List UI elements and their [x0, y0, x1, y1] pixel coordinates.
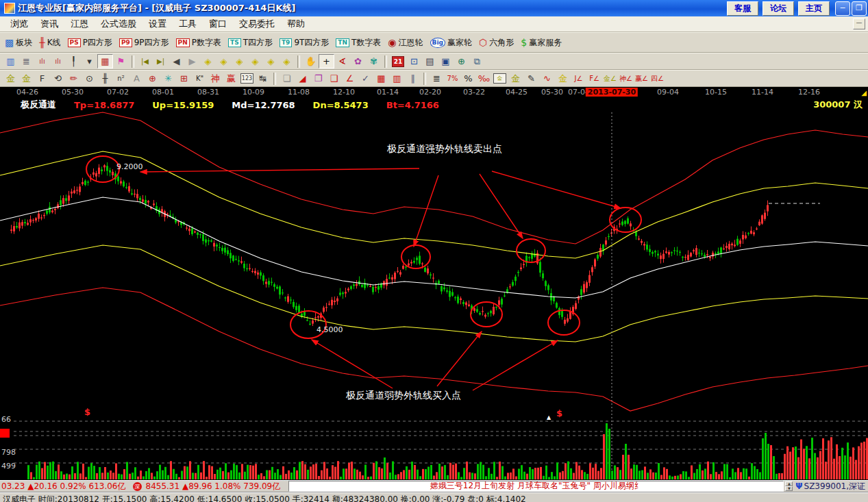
web-export-icon[interactable]: ⊕: [454, 54, 469, 68]
toolbar-t-square-button[interactable]: TST四方形: [226, 36, 275, 49]
nav-last-icon[interactable]: ▶|: [153, 54, 169, 68]
draw-box-icon[interactable]: ❏: [279, 71, 295, 86]
tool-gold-line-icon[interactable]: 金: [508, 71, 523, 86]
toolbar-t-number-table-button[interactable]: TNT数字表: [334, 36, 383, 49]
toolbar-p-square-button[interactable]: PSP四方形: [66, 36, 114, 49]
mini-chart-3-icon[interactable]: ılı: [34, 54, 50, 68]
gann-grid-target-icon[interactable]: ⊞: [176, 71, 192, 86]
draw-fan-icon[interactable]: ◢: [295, 71, 310, 86]
toolbar-winner-service-button[interactable]: $赢家服务: [519, 36, 564, 49]
gann-ruler-123-icon[interactable]: 123: [240, 73, 253, 84]
gann-width-icon[interactable]: ↹: [255, 71, 271, 86]
gann-comb-icon[interactable]: ╫: [97, 71, 113, 86]
gann-pencil-icon[interactable]: ✏: [66, 71, 82, 86]
nav-next-icon[interactable]: ▶: [184, 54, 200, 68]
menu-工具[interactable]: 工具: [173, 16, 203, 32]
gann-star-icon[interactable]: ✳: [160, 71, 176, 86]
minimize-button[interactable]: ─: [835, 1, 850, 16]
menu-资讯[interactable]: 资讯: [34, 16, 64, 32]
hand-tool-icon[interactable]: ✋: [303, 54, 319, 68]
tool-gold-circle-icon[interactable]: 金: [493, 73, 506, 84]
spinner-up-icon[interactable]: ▲: [785, 481, 793, 486]
candle-type-arrow-icon[interactable]: ▾: [82, 54, 97, 68]
axis-scroll-arrow[interactable]: ◢: [861, 89, 867, 97]
gann-k-mark-icon[interactable]: K": [192, 71, 208, 86]
dia-left-icon[interactable]: ◈: [200, 54, 216, 68]
tool-j-angle-icon[interactable]: J∠: [571, 71, 586, 86]
quick-button-2[interactable]: 主页: [798, 1, 830, 16]
nav-prev-icon[interactable]: ◀: [169, 54, 184, 68]
toolbar-kline-button[interactable]: ╫K线: [37, 36, 62, 49]
knot-tool-icon[interactable]: ✾: [366, 54, 382, 68]
menu-浏览[interactable]: 浏览: [4, 16, 34, 32]
mdi-minimize-button[interactable]: —: [853, 18, 865, 29]
dia-right-icon[interactable]: ◈: [216, 54, 232, 68]
menu-交易委托[interactable]: 交易委托: [233, 16, 281, 32]
toolbar-t9-square-button[interactable]: T99T四方形: [277, 36, 331, 49]
mini-board-icon[interactable]: ▥: [3, 54, 18, 68]
menu-公式选股[interactable]: 公式选股: [95, 16, 142, 32]
gann-spiral-icon[interactable]: ⟲: [50, 71, 66, 86]
gann-f-grid-icon[interactable]: F: [34, 71, 50, 86]
draw-check-icon[interactable]: ✓: [358, 71, 373, 86]
chart-panel[interactable]: ◢ 04-2605-3007-0208-0108-3110-0911-0812-…: [0, 87, 868, 480]
info-note-icon[interactable]: ≣: [18, 54, 34, 68]
gann-shen-icon[interactable]: 神: [208, 71, 223, 86]
gann-mirror-a-icon[interactable]: A: [129, 71, 145, 86]
mini-chart-9-icon[interactable]: ılı: [50, 54, 66, 68]
flower-tool-icon[interactable]: ✿: [350, 54, 366, 68]
gann-gold-grid-icon[interactable]: 金: [3, 71, 18, 86]
tool-gold-under-icon[interactable]: 金: [555, 71, 571, 86]
angle-tool-icon[interactable]: ∢: [334, 54, 350, 68]
gann-circle-cross-icon[interactable]: ⊕: [145, 71, 160, 86]
color-flag-icon[interactable]: ⚑: [113, 54, 129, 68]
draw-angle-icon[interactable]: ∠: [342, 71, 358, 86]
maximize-button[interactable]: ❐: [852, 1, 867, 16]
tool-four-angle-icon[interactable]: 四∠: [649, 71, 665, 86]
dia-plus-icon[interactable]: ◈: [263, 54, 279, 68]
tool-win-angle-icon[interactable]: 赢∠: [634, 71, 649, 86]
gann-circle-icon[interactable]: ⊙: [82, 71, 97, 86]
tool-7pct-icon[interactable]: 7%: [445, 71, 460, 86]
quick-button-0[interactable]: 客服: [727, 1, 758, 16]
draw-grid-red-icon[interactable]: ▦: [373, 71, 389, 86]
draw-grid-red-2-icon[interactable]: ▥: [389, 71, 405, 86]
draw-fan-box-red-icon[interactable]: ❑: [326, 71, 342, 86]
toolbar-gann-wheel-button[interactable]: ◉江恩轮: [386, 36, 425, 49]
dia-compress-icon[interactable]: ◈: [247, 54, 263, 68]
save-icon[interactable]: ▣: [438, 54, 454, 68]
dia-full-icon[interactable]: ◈: [279, 54, 295, 68]
spinner-down-icon[interactable]: ▼: [785, 486, 793, 491]
crosshair-tool-icon[interactable]: +: [319, 54, 334, 68]
gann-gold-grid-2-icon[interactable]: 金: [18, 71, 34, 86]
menu-设置[interactable]: 设置: [142, 16, 173, 32]
menu-帮助[interactable]: 帮助: [281, 16, 311, 32]
menu-窗口[interactable]: 窗口: [203, 16, 233, 32]
send-pc-icon[interactable]: ⧉: [469, 54, 485, 68]
toolbar-hexagon-button[interactable]: ⬡六角形: [477, 36, 516, 49]
quick-button-1[interactable]: 论坛: [762, 1, 794, 16]
tool-f-angle-icon[interactable]: F∠: [586, 71, 602, 86]
toolbar-sectors-button[interactable]: ▩板块: [3, 36, 34, 49]
toolbar-winner-wheel-button[interactable]: Big赢家轮: [428, 36, 474, 49]
calculator-icon[interactable]: ⊡: [406, 54, 422, 68]
tool-shen-angle-icon[interactable]: 神∠: [618, 71, 634, 86]
gann-win-icon[interactable]: 赢: [223, 71, 239, 86]
gann-n2-icon[interactable]: n²: [113, 71, 129, 86]
tool-pencil-2-icon[interactable]: ✎: [523, 71, 539, 86]
draw-fan-box-icon[interactable]: ❐: [310, 71, 326, 86]
calendar-icon[interactable]: 21: [392, 56, 404, 67]
nav-first-icon[interactable]: |◀: [137, 54, 153, 68]
draw-parallel-icon[interactable]: ∥: [405, 71, 421, 86]
toolbar-p9-square-button[interactable]: P99P四方形: [117, 36, 171, 49]
candle-type-icon[interactable]: ╿: [66, 54, 82, 68]
toolbar-p-number-table-button[interactable]: PNP数字表: [174, 36, 223, 49]
news-scroll-spinner[interactable]: ▲ ▼: [785, 481, 793, 491]
tool-wave-icon[interactable]: ∿: [539, 71, 555, 86]
pattern-grid-icon[interactable]: ▦: [97, 54, 113, 68]
tool-gold-angle-icon[interactable]: 金∠: [602, 71, 618, 86]
tool-permille-icon[interactable]: ‰: [476, 71, 492, 86]
dia-both-icon[interactable]: ◈: [232, 54, 247, 68]
tool-columns-icon[interactable]: ≣: [429, 71, 445, 86]
menu-江恩[interactable]: 江恩: [64, 16, 95, 32]
